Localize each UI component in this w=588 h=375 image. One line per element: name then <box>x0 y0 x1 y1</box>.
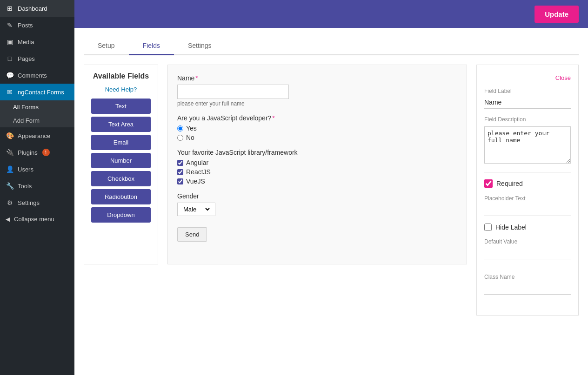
radio-no-input[interactable] <box>177 135 183 141</box>
sidebar-item-add-form[interactable]: Add Form <box>0 114 74 127</box>
js-required-star: * <box>272 114 274 122</box>
name-field: Name* please enter your full name <box>177 74 457 107</box>
radio-yes-input[interactable] <box>177 125 183 132</box>
hide-label-checkbox[interactable] <box>484 224 492 231</box>
checkbox-angular-label: Angular <box>186 159 208 166</box>
dropdown-field-btn[interactable]: Dropdown <box>91 207 151 223</box>
form-preview-panel: Name* please enter your full name Are yo… <box>167 65 467 264</box>
radio-no-label: No <box>186 134 194 141</box>
sidebar-submenu: All Forms Add Form <box>0 100 74 127</box>
placeholder-label: Placeholder Text <box>484 195 571 202</box>
checkbox-reactjs-input[interactable] <box>177 169 183 175</box>
class-name-input[interactable] <box>484 282 571 295</box>
radio-yes-label: Yes <box>186 125 197 132</box>
available-fields-panel: Available Fields Need Help? Text Text Ar… <box>84 65 158 264</box>
radio-no: No <box>177 134 457 141</box>
sidebar-item-settings[interactable]: ⚙ Settings <box>0 194 74 211</box>
sidebar-item-media[interactable]: ▣ Media <box>0 33 74 50</box>
sidebar-item-label: Tools <box>18 183 32 190</box>
form-layout: Available Fields Need Help? Text Text Ar… <box>84 65 579 316</box>
hide-label-row: Hide Label <box>484 224 571 231</box>
send-button[interactable]: Send <box>177 227 207 242</box>
settings-divider-1 <box>484 172 571 173</box>
update-button[interactable]: Update <box>535 6 579 23</box>
default-value-input[interactable] <box>484 247 571 259</box>
email-field-btn[interactable]: Email <box>91 135 151 150</box>
settings-divider-2 <box>484 267 571 267</box>
checkbox-angular: Angular <box>177 159 457 166</box>
name-hint: please enter your full name <box>177 100 457 107</box>
main-content: Update Setup Fields Settings Available F… <box>74 0 588 375</box>
sidebar-item-label: Users <box>18 166 33 173</box>
checkbox-reactjs-label: ReactJS <box>186 168 211 176</box>
tab-settings[interactable]: Settings <box>174 37 226 55</box>
checkbox-group: Angular ReactJS VueJS <box>177 159 457 185</box>
available-fields-title: Available Fields <box>91 72 151 80</box>
users-icon: 👤 <box>6 165 14 173</box>
gender-select[interactable]: Male Female Other <box>181 205 211 213</box>
settings-icon: ⚙ <box>6 199 14 206</box>
sidebar-item-label: Media <box>18 39 34 46</box>
sidebar-item-comments[interactable]: 💬 Comments <box>0 67 74 84</box>
dashboard-icon: ⊞ <box>6 5 14 12</box>
field-description-group: Field Description please enter your full… <box>484 116 571 165</box>
ngcontact-icon: ✉ <box>6 88 14 96</box>
collapse-menu[interactable]: ◀ Collapse menu <box>0 211 74 227</box>
hide-label-text: Hide Label <box>495 224 527 231</box>
sidebar-item-tools[interactable]: 🔧 Tools <box>0 178 74 194</box>
placeholder-group: Placeholder Text <box>484 195 571 216</box>
sidebar-item-label: Pages <box>18 55 35 62</box>
plugins-icon: 🔌 <box>6 149 14 156</box>
required-label: Required <box>496 180 523 187</box>
radio-group: Yes No <box>177 125 457 141</box>
sidebar-item-label: ngContact Forms <box>18 89 64 96</box>
name-required-star: * <box>195 74 198 82</box>
sidebar-item-ngcontact[interactable]: ✉ ngContact Forms <box>0 84 74 100</box>
field-label-group: Field Label <box>484 88 571 109</box>
sidebar-item-label: Comments <box>18 72 47 79</box>
sidebar-item-appearance[interactable]: 🎨 Appearance <box>0 127 74 144</box>
field-label-label: Field Label <box>484 88 571 94</box>
library-field: Your favorite JavaScript library/framewo… <box>177 149 457 185</box>
field-label-input[interactable] <box>484 96 571 109</box>
sidebar-item-plugins[interactable]: 🔌 Plugins 1 <box>0 144 74 161</box>
radio-yes: Yes <box>177 125 457 132</box>
pages-icon: □ <box>6 55 14 62</box>
sidebar-item-pages[interactable]: □ Pages <box>0 50 74 67</box>
collapse-label: Collapse menu <box>14 216 54 223</box>
sidebar-item-all-forms[interactable]: All Forms <box>0 100 74 114</box>
sidebar-item-label: Dashboard <box>18 5 47 12</box>
required-checkbox[interactable] <box>484 179 493 188</box>
textarea-field-btn[interactable]: Text Area <box>91 117 151 132</box>
text-field-btn[interactable]: Text <box>91 99 151 114</box>
radiobutton-field-btn[interactable]: Radiobutton <box>91 189 151 204</box>
sidebar-item-users[interactable]: 👤 Users <box>0 161 74 178</box>
content-area: Setup Fields Settings Available Fields N… <box>74 28 588 375</box>
js-developer-field: Are you a JavaScript developer?* Yes No <box>177 114 457 141</box>
library-label: Your favorite JavaScript library/framewo… <box>177 149 457 156</box>
tools-icon: 🔧 <box>6 182 14 190</box>
field-description-input[interactable]: please enter your full name <box>484 126 571 164</box>
checkbox-angular-input[interactable] <box>177 160 183 166</box>
default-value-group: Default Value <box>484 238 571 259</box>
comments-icon: 💬 <box>6 72 14 79</box>
need-help-link[interactable]: Need Help? <box>91 86 151 93</box>
class-name-label: Class Name <box>484 274 571 280</box>
close-link[interactable]: Close <box>484 74 571 81</box>
placeholder-input[interactable] <box>484 204 571 216</box>
collapse-icon: ◀ <box>6 216 10 223</box>
sidebar-item-posts[interactable]: ✎ Posts <box>0 17 74 33</box>
checkbox-vuejs-label: VueJS <box>186 178 205 185</box>
sidebar: ⊞ Dashboard ✎ Posts ▣ Media □ Pages 💬 Co… <box>0 0 74 375</box>
checkbox-reactjs: ReactJS <box>177 168 457 176</box>
checkbox-field-btn[interactable]: Checkbox <box>91 171 151 186</box>
posts-icon: ✎ <box>6 21 14 29</box>
tab-fields[interactable]: Fields <box>129 37 174 55</box>
checkbox-vuejs-input[interactable] <box>177 178 183 184</box>
sidebar-item-dashboard[interactable]: ⊞ Dashboard <box>0 0 74 17</box>
sidebar-item-label: Settings <box>18 199 40 206</box>
number-field-btn[interactable]: Number <box>91 153 151 168</box>
name-input[interactable] <box>177 85 289 99</box>
tab-setup[interactable]: Setup <box>84 37 129 55</box>
sidebar-item-label: Appearance <box>18 132 50 139</box>
